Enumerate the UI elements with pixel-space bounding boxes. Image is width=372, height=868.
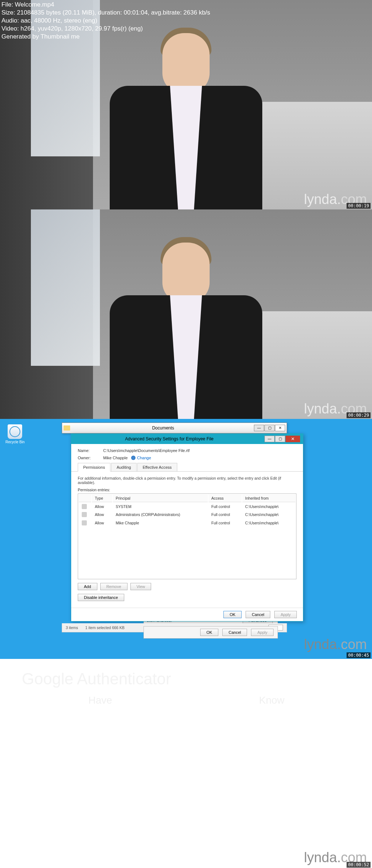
video-frame-2: lynda.com 00:00:29 [0,209,372,419]
user-icon [82,512,87,517]
remove-button[interactable]: Remove [100,583,128,590]
user-icon [82,520,87,525]
owner-label: Owner: [78,456,103,460]
maximize-button[interactable]: ▢ [275,436,285,442]
explorer-title: Documents [72,425,254,431]
video-metadata: File: Welcome.mp4 Size: 21084835 bytes (… [0,0,212,41]
table-row[interactable]: Allow Administrators (CORP\Administrator… [79,511,295,518]
col-type[interactable]: Type [92,495,112,502]
table-row[interactable]: Allow SYSTEM Full control C:\Users\mchap… [79,503,295,510]
frame-timestamp: 00:00:19 [347,203,371,209]
tab-effective-access[interactable]: Effective Access [137,463,177,471]
cancel-button[interactable]: Cancel [246,611,270,618]
name-label: Name: [78,448,103,453]
ok-button[interactable]: OK [200,629,218,636]
dialog-title: Advanced Security Settings for Employee … [74,436,264,441]
frame-timestamp: 00:00:52 [347,862,371,868]
slide-title: Google Authenticator [0,659,372,695]
table-row[interactable]: Allow Mike Chapple Full control C:\Users… [79,519,295,526]
security-tabs: Permissions Auditing Effective Access [71,463,303,472]
col-access[interactable]: Access [209,495,242,502]
tab-permissions[interactable]: Permissions [78,463,110,472]
permission-entries-label: Permission entries: [78,488,296,492]
presenter-figure [110,223,262,419]
meta-audio: Audio: aac, 48000 Hz, stereo (eng) [1,17,210,25]
video-frame-1: File: Welcome.mp4 Size: 21084835 bytes (… [0,0,372,209]
permission-table[interactable]: Type Principal Access Inherited from All… [78,493,296,579]
meta-file: File: Welcome.mp4 [1,1,210,9]
close-button[interactable]: ✕ [275,425,285,431]
cancel-button[interactable]: Cancel [222,629,247,636]
lynda-watermark: lynda.com [304,637,367,652]
apply-button[interactable]: Apply [274,611,297,618]
user-icon [82,504,87,509]
dialog-footer: OK Cancel Apply [71,608,303,621]
status-selected: 1 item selected 666 KB [85,625,125,630]
frame-timestamp: 00:00:29 [347,412,371,418]
dialog-titlebar[interactable]: Advanced Security Settings for Employee … [71,434,303,444]
recycle-bin-icon [8,424,22,439]
add-button[interactable]: Add [78,583,97,590]
change-owner-link[interactable]: Change [131,456,151,460]
maximize-button[interactable]: ▢ [264,425,275,431]
change-icon [131,456,136,460]
slide: Google Authenticator Have Know lynda.com [0,659,372,868]
slide-col-know: Know [193,695,350,706]
col-principal[interactable]: Principal [113,495,208,502]
video-frame-4: Google Authenticator Have Know lynda.com… [0,659,372,868]
slide-col-have: Have [22,695,179,706]
owner-value: Mike Chapple [103,456,128,460]
col-inherited[interactable]: Inherited from [242,495,295,502]
disable-inheritance-button[interactable]: Disable inheritance [78,594,124,601]
explorer-window[interactable]: Documents — ▢ ✕ [62,423,287,433]
status-item-count: 3 items [66,625,78,630]
meta-video: Video: h264, yuv420p, 1280x720, 29.97 fp… [1,25,210,33]
recycle-bin[interactable]: Recycle Bin [5,424,25,444]
explorer-titlebar[interactable]: Documents — ▢ ✕ [62,423,287,433]
tab-auditing[interactable]: Auditing [111,463,137,471]
apply-button[interactable]: Apply [251,629,274,636]
ok-button[interactable]: OK [223,611,242,618]
frame-timestamp: 00:00:45 [347,652,371,658]
minimize-button[interactable]: — [264,436,275,442]
presenter-figure [110,13,262,209]
dialog-info-text: For additional information, double-click… [78,476,296,485]
folder-icon [64,425,70,431]
recycle-bin-label: Recycle Bin [5,440,25,444]
meta-generator: Generated by Thumbnail me [1,33,210,41]
close-button[interactable]: ✕ [286,436,300,442]
name-value: C:\Users\mchapple\Documents\Employee Fil… [103,448,190,453]
view-button[interactable]: View [130,583,151,590]
advanced-security-dialog[interactable]: Advanced Security Settings for Employee … [71,433,303,621]
windows-desktop[interactable]: Recycle Bin Documents — ▢ ✕ click Advanc… [0,419,372,659]
properties-footer: OK Cancel Apply [143,626,278,639]
minimize-button[interactable]: — [254,425,264,431]
meta-size: Size: 21084835 bytes (20.11 MiB), durati… [1,9,210,17]
video-frame-3: Recycle Bin Documents — ▢ ✕ click Advanc… [0,419,372,659]
